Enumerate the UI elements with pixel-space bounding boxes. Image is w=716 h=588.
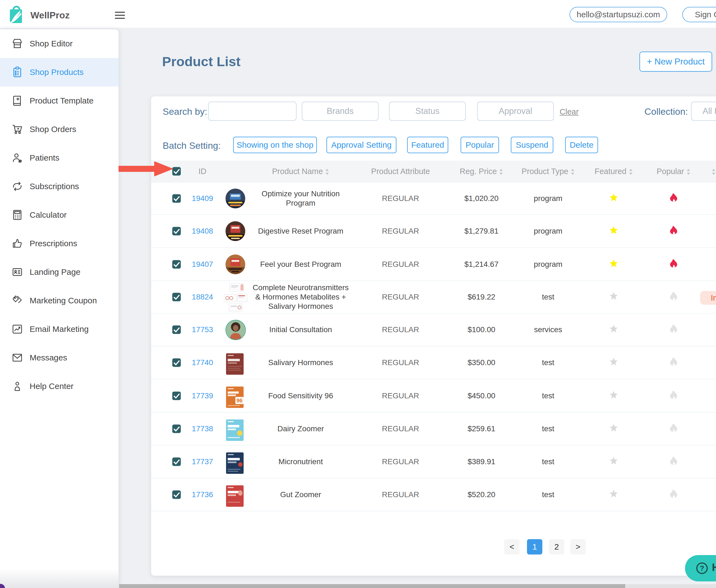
- svg-text:?: ?: [700, 564, 704, 572]
